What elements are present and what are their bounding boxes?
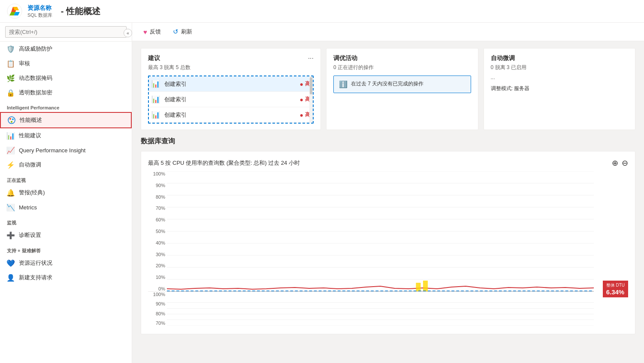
dtu-badge: 整体 DTU 6.34% bbox=[603, 281, 628, 297]
top-bar: 资源名称 SQL 数据库 - 性能概述 bbox=[0, 0, 644, 23]
sidebar-item-query-performance[interactable]: 📈 Query Performance Insight bbox=[0, 143, 132, 157]
sidebar-search-area bbox=[0, 23, 132, 42]
recommendations-card: 建议 最高 3 脱离 5 总数 ··· 📊 创建索引 ● 高 bbox=[141, 48, 321, 130]
encrypt-icon: 🔒 bbox=[7, 89, 15, 97]
y-label: 10% bbox=[148, 275, 165, 280]
content-main: 建议 最高 3 脱离 5 总数 ··· 📊 创建索引 ● 高 bbox=[132, 41, 644, 341]
auto-tune-extra: ··· bbox=[491, 76, 526, 82]
sidebar-item-resource-health[interactable]: 💙 资源运行状况 bbox=[0, 256, 132, 270]
sidebar-item-new-support[interactable]: 👤 新建支持请求 bbox=[0, 270, 132, 285]
y-label: 40% bbox=[148, 240, 165, 245]
y-label: 20% bbox=[148, 263, 165, 268]
sidebar-item-label: Metrics bbox=[19, 204, 37, 211]
feedback-button[interactable]: ♥ 反馈 bbox=[141, 26, 163, 37]
content-area: ♥ 反馈 ↺ 刷新 建议 最高 3 脱离 5 总数 ··· bbox=[132, 23, 644, 363]
perf-icon bbox=[8, 116, 15, 124]
sidebar-item-diagnostics[interactable]: ➕ 诊断设置 bbox=[0, 228, 132, 242]
chart-area: 100% 90% 80% 70% 60% 50% 40% 30% 20% 10%… bbox=[148, 171, 628, 327]
svg-point-8 bbox=[11, 121, 12, 123]
sidebar-item-label: 诊断设置 bbox=[19, 231, 41, 239]
resource-title-area: 资源名称 SQL 数据库 bbox=[27, 4, 52, 18]
sidebar-item-label: 警报(经典) bbox=[19, 189, 45, 197]
refresh-button[interactable]: ↺ 刷新 bbox=[170, 26, 195, 37]
cards-row: 建议 最高 3 脱离 5 总数 ··· 📊 创建索引 ● 高 bbox=[141, 48, 635, 130]
main-layout: 🛡️ 高级威胁防护 📋 审核 🌿 动态数据掩码 🔒 透明数据加密 Intelli… bbox=[0, 23, 644, 363]
list-scrollbar[interactable] bbox=[309, 76, 313, 123]
sidebar: 🛡️ 高级威胁防护 📋 审核 🌿 动态数据掩码 🔒 透明数据加密 Intelli… bbox=[0, 23, 132, 363]
sidebar-item[interactable]: 🛡️ 高级威胁防护 bbox=[0, 42, 132, 56]
sidebar-collapse-button[interactable]: « bbox=[124, 29, 132, 37]
rec-label-3: 创建索引 bbox=[164, 111, 296, 119]
bar-spike-2 bbox=[423, 281, 428, 291]
recommendation-item[interactable]: 📊 创建索引 ● 高 bbox=[149, 76, 313, 92]
y-label: 80% bbox=[148, 194, 165, 200]
auto-tune-card: 自动微调 0 脱离 3 已启用 ··· 调整模式: 服务器 bbox=[484, 48, 636, 130]
y-label: 0% bbox=[148, 286, 165, 291]
dtu-label: 整体 DTU bbox=[606, 282, 625, 288]
chart-plot: 整体 DTU 6.34% bbox=[167, 171, 628, 327]
sidebar-item-label: 动态数据掩码 bbox=[19, 74, 52, 82]
sidebar-item-alert[interactable]: 🔔 警报(经典) bbox=[0, 185, 132, 200]
svg-point-6 bbox=[9, 118, 11, 120]
zoom-out-button[interactable]: ⊖ bbox=[622, 158, 628, 168]
sidebar-item-label: 高级威胁防护 bbox=[19, 45, 52, 53]
y-label: 100% bbox=[148, 292, 165, 297]
resource-subtitle: SQL 数据库 bbox=[27, 12, 52, 18]
auto-tune-subtitle: 0 脱离 3 已启用 bbox=[491, 64, 526, 71]
mask-icon: 🌿 bbox=[7, 74, 15, 82]
rec-more-button[interactable]: ··· bbox=[308, 54, 314, 62]
y-label: 70% bbox=[148, 206, 165, 211]
sidebar-item-label: 性能概述 bbox=[20, 116, 42, 124]
y-label: 100% bbox=[148, 171, 165, 176]
heart-icon: ♥ bbox=[143, 28, 147, 36]
y-label: 50% bbox=[148, 229, 165, 234]
db-query-section-title: 数据库查询 bbox=[141, 137, 635, 146]
zoom-in-button[interactable]: ⊕ bbox=[612, 158, 618, 168]
alert-icon: 🔔 bbox=[7, 189, 15, 197]
y-label: 30% bbox=[148, 252, 165, 257]
info-icon: ℹ️ bbox=[339, 80, 348, 88]
sidebar-item-label: 资源运行状况 bbox=[19, 259, 52, 267]
rec-table-icon: 📊 bbox=[151, 80, 160, 88]
dtu-value: 6.34% bbox=[606, 288, 625, 296]
sidebar-item-performance-overview[interactable]: 性能概述 bbox=[0, 112, 132, 128]
y-label: 90% bbox=[148, 301, 165, 306]
azure-logo bbox=[7, 3, 22, 19]
search-input[interactable] bbox=[5, 26, 127, 38]
chart-header: 最高 5 按 CPU 使用率的查询数 (聚合类型: 总和) 过去 24 小时 ⊕… bbox=[148, 158, 628, 168]
refresh-icon: ↺ bbox=[173, 28, 178, 36]
resource-name[interactable]: 资源名称 bbox=[27, 4, 52, 12]
query-icon: 📈 bbox=[7, 146, 15, 154]
tuning-info-box: ℹ️ 在过去 7 天内没有已完成的操作 bbox=[333, 76, 471, 93]
tuning-card-title: 调优活动 bbox=[333, 54, 471, 62]
sidebar-item[interactable]: 🌿 动态数据掩码 bbox=[0, 71, 132, 85]
sidebar-item[interactable]: 🔒 透明数据加密 bbox=[0, 85, 132, 100]
refresh-label: 刷新 bbox=[181, 28, 192, 36]
rec-card-subtitle: 最高 3 脱离 5 总数 bbox=[148, 64, 190, 71]
bar-spike-1 bbox=[416, 283, 420, 291]
y-axis: 100% 90% 80% 70% 60% 50% 40% 30% 20% 10%… bbox=[148, 171, 167, 327]
tuning-card-subtitle: 0 正在进行的操作 bbox=[333, 64, 471, 71]
sidebar-item[interactable]: 📋 审核 bbox=[0, 56, 132, 71]
sidebar-item-label: 审核 bbox=[19, 60, 30, 67]
sidebar-item-performance-recommendation[interactable]: 📊 性能建议 bbox=[0, 128, 132, 143]
rec-table-icon-3: 📊 bbox=[151, 111, 160, 119]
recommendation-item[interactable]: 📊 创建索引 ● 高 bbox=[149, 92, 313, 107]
rec-card-title: 建议 bbox=[148, 54, 190, 62]
tuning-info-text: 在过去 7 天内没有已完成的操作 bbox=[351, 80, 423, 88]
chart-title: 最高 5 按 CPU 使用率的查询数 (聚合类型: 总和) 过去 24 小时 bbox=[148, 159, 300, 167]
sidebar-section-header-support: 支持 + 疑难解答 bbox=[0, 242, 132, 256]
audit-icon: 📋 bbox=[7, 60, 15, 67]
sidebar-item-label: 透明数据加密 bbox=[19, 89, 52, 97]
content-toolbar: ♥ 反馈 ↺ 刷新 bbox=[132, 23, 644, 41]
recommendation-item[interactable]: 📊 创建索引 ● 高 bbox=[149, 107, 313, 123]
svg-point-7 bbox=[12, 118, 14, 120]
sidebar-item-metrics[interactable]: 📉 Metrics bbox=[0, 200, 132, 215]
auto-tune-title: 自动微调 bbox=[491, 54, 526, 62]
y-label: 70% bbox=[148, 321, 165, 326]
sidebar-item-auto-tune[interactable]: ⚡ 自动微调 bbox=[0, 157, 132, 172]
rec-severity-badge-3: ● 高 bbox=[300, 111, 310, 118]
health-icon: 💙 bbox=[7, 259, 15, 267]
sidebar-item-label: 新建支持请求 bbox=[19, 274, 52, 281]
page-title: - 性能概述 bbox=[61, 6, 100, 17]
